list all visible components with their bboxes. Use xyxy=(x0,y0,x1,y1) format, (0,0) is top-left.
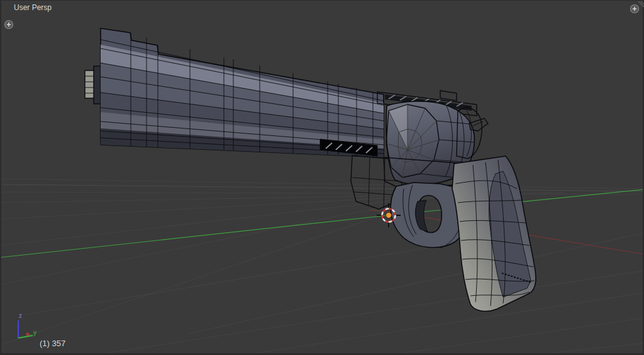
muzzle-crown xyxy=(85,66,102,104)
y-axis-line xyxy=(0,189,644,257)
tool-shelf-expand-button[interactable] xyxy=(4,20,14,30)
viewport-border-left xyxy=(0,0,1,355)
floor-grid xyxy=(0,179,644,355)
grip xyxy=(452,156,536,311)
object-info-label: (1) 357 xyxy=(40,339,65,348)
area-resize-handle[interactable] xyxy=(636,0,644,8)
barrel xyxy=(101,28,384,157)
axis-lines xyxy=(0,189,644,257)
gizmo-z-label: z xyxy=(19,313,22,319)
3d-viewport[interactable]: User Persp (1) 357 z y xyxy=(0,0,644,355)
revolver-model[interactable] xyxy=(85,28,536,311)
resize-grip-icon xyxy=(636,1,644,9)
gizmo-y-label: y xyxy=(33,330,36,336)
gizmo-x-axis xyxy=(26,332,29,335)
mini-axis-gizmo xyxy=(18,320,33,338)
view-name-label: User Persp xyxy=(14,3,52,12)
plus-icon xyxy=(4,20,14,30)
viewport-scene xyxy=(0,0,644,355)
viewport-border-top xyxy=(0,0,644,1)
gizmo-y-axis xyxy=(18,335,33,338)
